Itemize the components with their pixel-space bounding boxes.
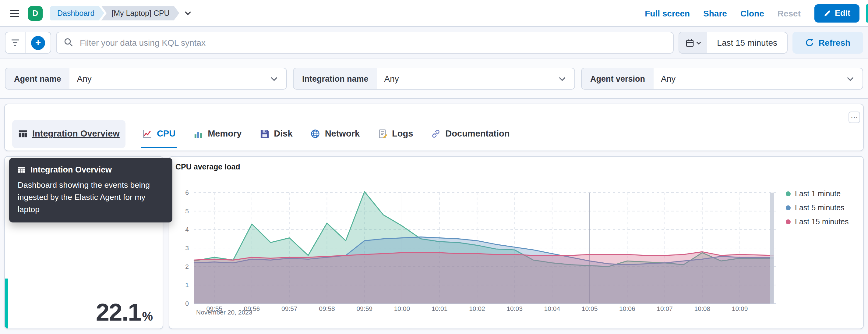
svg-text:4: 4	[185, 226, 189, 233]
hamburger-menu-icon[interactable]	[8, 7, 21, 19]
tab-label: Memory	[208, 129, 242, 139]
svg-text:09:57: 09:57	[281, 305, 298, 312]
dashboard-grid: Integration Overview CPU Memory	[0, 99, 868, 334]
kql-search-input[interactable]	[56, 32, 674, 54]
refresh-button-label: Refresh	[819, 38, 850, 48]
logs-icon	[378, 129, 387, 138]
svg-text:2: 2	[185, 263, 189, 270]
metric-accent-bar	[5, 278, 8, 329]
svg-text:10:08: 10:08	[694, 305, 711, 312]
header-accent-bar	[866, 4, 868, 23]
globe-icon	[311, 129, 320, 138]
breadcrumb: Dashboard [My Laptop] CPU	[50, 6, 192, 21]
tab-label: Documentation	[445, 129, 509, 139]
svg-text:5: 5	[185, 208, 189, 215]
tab-cpu[interactable]: CPU	[142, 120, 177, 148]
legend-label: Last 1 minute	[795, 189, 841, 198]
tab-label: Disk	[274, 129, 292, 139]
nav-link-tooltip: Integration Overview Dashboard showing t…	[9, 158, 173, 223]
calendar-button[interactable]	[679, 32, 707, 53]
legend-item[interactable]: Last 15 minutes	[786, 218, 849, 226]
legend-item[interactable]: Last 1 minute	[786, 189, 849, 198]
add-filter-button[interactable]: +	[26, 32, 51, 53]
tab-logs[interactable]: Logs	[377, 120, 414, 148]
svg-text:6: 6	[185, 189, 189, 196]
bar-chart-icon	[194, 129, 203, 138]
tab-network[interactable]: Network	[310, 120, 361, 148]
x-axis-date-label: November 20, 2023	[196, 308, 252, 316]
metric-unit: %	[142, 310, 153, 324]
search-icon	[64, 38, 73, 47]
pencil-icon	[823, 9, 831, 17]
filter-control-agent-version[interactable]: Agent version Any	[581, 68, 863, 90]
svg-text:10:09: 10:09	[732, 305, 748, 312]
breadcrumb-current-page: [My Laptop] CPU	[101, 6, 179, 21]
chevron-down-icon	[847, 77, 863, 81]
svg-text:10:03: 10:03	[506, 305, 523, 312]
svg-text:09:58: 09:58	[319, 305, 335, 312]
svg-text:10:06: 10:06	[619, 305, 635, 312]
tab-memory[interactable]: Memory	[192, 120, 243, 148]
svg-text:10:01: 10:01	[432, 305, 448, 312]
full-screen-button[interactable]: Full screen	[645, 8, 690, 18]
clone-button[interactable]: Clone	[740, 8, 764, 18]
chevron-down-icon	[696, 41, 701, 44]
app-header: D Dashboard [My Laptop] CPU Full screen …	[0, 0, 868, 27]
filter-control-value: Any	[377, 74, 406, 84]
cpu-load-chart[interactable]: 012345609:5509:5609:5709:5809:5910:0010:…	[169, 157, 863, 327]
filter-control-value: Any	[654, 74, 683, 84]
breadcrumb-dashboard[interactable]: Dashboard	[50, 6, 104, 21]
legend-dot	[786, 219, 790, 224]
line-chart-icon	[143, 129, 152, 138]
query-bar: + Last 15 minutes Refresh	[0, 27, 868, 59]
legend-item[interactable]: Last 5 minutes	[786, 204, 849, 212]
tab-label: Integration Overview	[32, 129, 120, 139]
floppy-disk-icon	[260, 129, 269, 138]
svg-text:10:02: 10:02	[469, 305, 485, 312]
filter-control-agent-name[interactable]: Agent name Any	[5, 68, 287, 90]
tab-documentation[interactable]: Documentation	[430, 120, 511, 148]
svg-text:10:04: 10:04	[544, 305, 560, 312]
legend-label: Last 15 minutes	[795, 218, 849, 226]
calendar-icon	[686, 39, 693, 47]
svg-text:10:05: 10:05	[582, 305, 598, 312]
chevron-down-icon[interactable]	[185, 11, 192, 15]
kql-search	[56, 32, 674, 54]
tooltip-body: Dashboard showing the events being inges…	[18, 179, 164, 215]
tab-integration-overview[interactable]: Integration Overview	[12, 120, 126, 148]
table-icon	[18, 129, 27, 138]
filter-control-value: Any	[70, 74, 99, 84]
filter-control-integration-name[interactable]: Integration name Any	[293, 68, 575, 90]
share-button[interactable]: Share	[703, 8, 727, 18]
top-nav-actions: Full screen Share Clone Reset Edit	[645, 4, 860, 22]
date-picker: Last 15 minutes	[679, 32, 787, 54]
legend-dot	[786, 191, 790, 196]
time-range-value[interactable]: Last 15 minutes	[707, 32, 787, 53]
filter-button-group: +	[5, 32, 51, 54]
edit-button-label: Edit	[835, 8, 850, 18]
panel-options-icon[interactable]: ⋯	[848, 112, 860, 123]
svg-text:10:00: 10:00	[394, 305, 410, 312]
tab-disk[interactable]: Disk	[258, 120, 293, 148]
tooltip-title: Integration Overview	[30, 165, 112, 174]
chart-legend: Last 1 minute Last 5 minutes Last 15 min…	[786, 189, 849, 226]
tab-label: Network	[325, 129, 360, 139]
filter-control-label: Integration name	[293, 68, 377, 89]
table-icon	[18, 166, 26, 174]
dashboard-controls: Agent name Any Integration name Any Agen…	[0, 59, 868, 99]
edit-button[interactable]: Edit	[814, 4, 860, 22]
plus-icon: +	[31, 36, 45, 50]
filter-icon[interactable]	[5, 32, 25, 53]
kibana-dashboard-app: D Dashboard [My Laptop] CPU Full screen …	[0, 0, 868, 334]
tab-label: Logs	[392, 129, 413, 139]
space-avatar[interactable]: D	[28, 6, 43, 21]
cpu-average-load-panel: CPU average load 012345609:5509:5609:570…	[169, 156, 864, 329]
filter-control-label: Agent version	[582, 68, 654, 89]
reset-button[interactable]: Reset	[778, 8, 801, 18]
svg-text:3: 3	[185, 244, 189, 251]
svg-text:1: 1	[185, 281, 189, 288]
tab-label: CPU	[157, 129, 176, 139]
chevron-down-icon	[271, 77, 286, 81]
refresh-button[interactable]: Refresh	[793, 32, 863, 54]
legend-dot	[786, 205, 790, 210]
